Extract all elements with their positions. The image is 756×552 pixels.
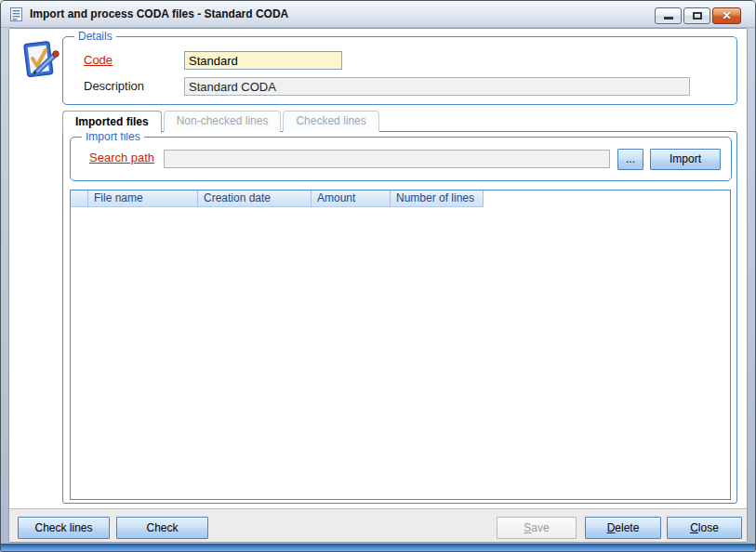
details-group-label: Details bbox=[74, 30, 116, 43]
code-input[interactable] bbox=[184, 51, 342, 70]
close-icon: ✕ bbox=[713, 9, 740, 22]
search-path-input[interactable] bbox=[164, 150, 610, 168]
column-header-number-of-lines[interactable]: Number of lines bbox=[391, 191, 484, 207]
document-icon bbox=[9, 7, 23, 21]
imported-files-table: File name Creation date Amount Number of… bbox=[70, 190, 731, 500]
description-label: Description bbox=[84, 79, 144, 93]
tab-checked-lines[interactable]: Checked lines bbox=[283, 111, 378, 132]
minimize-icon bbox=[664, 17, 673, 20]
coda-check-icon bbox=[18, 38, 62, 83]
tab-strip: Imported files Non-checked lines Checked… bbox=[62, 112, 381, 132]
delete-button[interactable]: Delete bbox=[585, 517, 661, 539]
window-bottom-frame bbox=[1, 544, 755, 551]
footer-button-bar: Check lines Check Save Delete Close bbox=[9, 510, 747, 543]
tab-imported-files[interactable]: Imported files bbox=[62, 111, 162, 133]
content-panel: Details Code Description Imported files … bbox=[9, 29, 747, 509]
titlebar: Import and process CODA files - Standard… bbox=[1, 1, 755, 28]
search-path-label[interactable]: Search path bbox=[89, 151, 154, 164]
maximize-button[interactable] bbox=[683, 7, 710, 24]
import-button[interactable]: Import bbox=[650, 149, 721, 170]
column-header-indicator[interactable] bbox=[71, 191, 88, 207]
imported-files-tab-page: Import files Search path ... Import File… bbox=[62, 131, 737, 504]
app-window: Import and process CODA files - Standard… bbox=[0, 0, 756, 552]
browse-button[interactable]: ... bbox=[617, 149, 643, 170]
save-button: Save bbox=[497, 517, 577, 539]
close-button[interactable]: Close bbox=[667, 517, 742, 539]
column-header-amount[interactable]: Amount bbox=[312, 191, 391, 207]
check-lines-button[interactable]: Check lines bbox=[18, 517, 110, 539]
import-files-group: Import files Search path ... Import bbox=[70, 137, 732, 181]
table-header-row: File name Creation date Amount Number of… bbox=[71, 191, 730, 207]
description-input[interactable] bbox=[184, 77, 690, 96]
tab-non-checked-lines[interactable]: Non-checked lines bbox=[164, 111, 282, 132]
maximize-icon bbox=[693, 12, 702, 20]
check-button[interactable]: Check bbox=[116, 517, 208, 539]
window-controls: ✕ bbox=[655, 7, 741, 24]
details-group: Details Code Description bbox=[62, 36, 737, 105]
column-header-creation-date[interactable]: Creation date bbox=[198, 191, 312, 207]
minimize-button[interactable] bbox=[655, 7, 682, 24]
code-label[interactable]: Code bbox=[84, 53, 113, 67]
column-header-file-name[interactable]: File name bbox=[88, 191, 198, 207]
window-title: Import and process CODA files - Standard… bbox=[30, 7, 288, 20]
titlebar-close-button[interactable]: ✕ bbox=[712, 7, 741, 24]
window-body: Details Code Description Imported files … bbox=[8, 28, 748, 543]
